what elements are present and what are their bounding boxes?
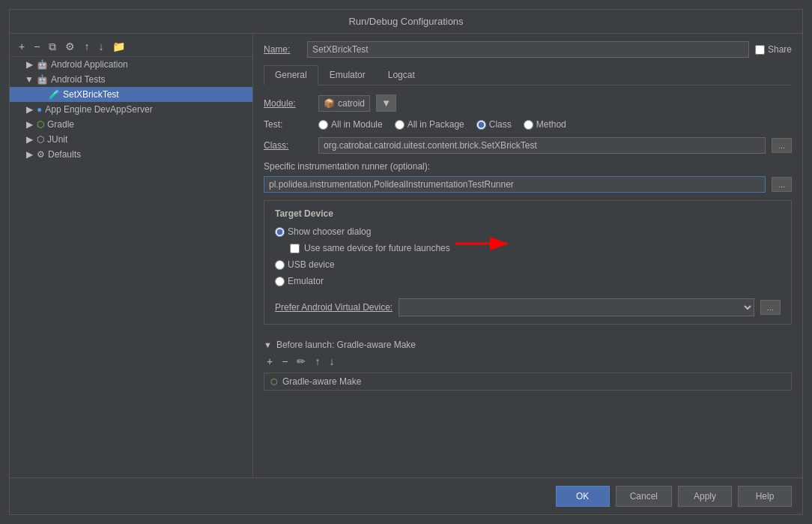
- expand-icon: ▶: [25, 59, 34, 70]
- test-method-label: Method: [536, 119, 566, 130]
- module-dropdown-button[interactable]: ▼: [376, 94, 396, 112]
- test-icon: 🧪: [49, 89, 60, 100]
- move-down-button[interactable]: ↓: [95, 40, 106, 53]
- sidebar-item-app-engine[interactable]: ▶ ● App Engine DevAppServer: [10, 102, 252, 117]
- defaults-icon: ⚙: [37, 149, 45, 160]
- sidebar-toolbar: + − ⧉ ⚙ ↑ ↓ 📁: [10, 37, 252, 57]
- target-device-options: Show chooser dialog Use same device for …: [275, 226, 781, 316]
- sidebar-item-label: Gradle: [47, 119, 74, 130]
- module-icon: 📦: [324, 98, 335, 109]
- emulator-label: Emulator: [288, 276, 324, 286]
- settings-config-button[interactable]: ⚙: [62, 40, 78, 53]
- before-launch-edit-button[interactable]: ✏: [294, 355, 309, 368]
- apply-button[interactable]: Apply: [678, 486, 732, 507]
- use-same-device-label: Use same device for future launches: [304, 243, 450, 253]
- show-chooser-label: Show chooser dialog: [288, 226, 371, 237]
- sidebar-item-label: Defaults: [48, 149, 81, 160]
- expand-icon: ▶: [25, 104, 34, 115]
- module-row: Module: 📦 catroid ▼: [264, 94, 792, 112]
- dialog-title: Run/Debug Configurations: [348, 16, 463, 27]
- instrumentation-browse-button[interactable]: ...: [772, 177, 792, 192]
- prefer-label: Prefer Android Virtual Device:: [275, 302, 393, 313]
- test-all-package-label: All in Package: [407, 119, 464, 130]
- sidebar-item-android-application[interactable]: ▶ 🤖 Android Application: [10, 57, 252, 72]
- module-select[interactable]: 📦 catroid: [318, 95, 370, 112]
- before-launch-remove-button[interactable]: −: [279, 355, 291, 368]
- sidebar-item-label: JUnit: [47, 134, 67, 145]
- run-debug-dialog: Run/Debug Configurations + − ⧉ ⚙ ↑ ↓ 📁 ▶…: [9, 9, 803, 515]
- folder-button[interactable]: 📁: [109, 40, 128, 53]
- test-all-package[interactable]: All in Package: [395, 119, 464, 130]
- test-method[interactable]: Method: [524, 119, 566, 130]
- before-launch-section: ▼ Before launch: Gradle-aware Make + − ✏…: [264, 340, 792, 391]
- before-launch-item: ⬡ Gradle-aware Make: [264, 373, 792, 391]
- before-launch-up-button[interactable]: ↑: [312, 355, 323, 368]
- tab-logcat[interactable]: Logcat: [377, 65, 426, 85]
- sidebar-item-junit[interactable]: ▶ ⬡ JUnit: [10, 132, 252, 147]
- tab-general[interactable]: General: [264, 65, 318, 85]
- sidebar-item-label: Android Application: [51, 59, 128, 70]
- test-all-module[interactable]: All in Module: [318, 119, 383, 130]
- gradle-make-icon: ⬡: [270, 377, 278, 387]
- android-icon: 🤖: [37, 59, 48, 70]
- share-label: Share: [768, 44, 792, 55]
- expand-icon: ▶: [25, 134, 34, 145]
- expand-icon: [37, 89, 46, 100]
- bottom-bar: OK Cancel Apply Help: [10, 478, 802, 514]
- instrumentation-row: ...: [264, 176, 792, 193]
- test-radio-group: All in Module All in Package Class: [318, 119, 566, 130]
- gradle-icon: ⬡: [37, 119, 44, 130]
- cancel-button[interactable]: Cancel: [616, 486, 672, 507]
- share-checkbox[interactable]: [755, 45, 765, 55]
- expand-icon: ▶: [25, 149, 34, 160]
- sidebar-item-defaults[interactable]: ▶ ⚙ Defaults: [10, 147, 252, 162]
- sidebar: + − ⧉ ⚙ ↑ ↓ 📁 ▶ 🤖 Android Application ▼ …: [10, 34, 253, 478]
- tabs: General Emulator Logcat: [264, 65, 792, 85]
- help-button[interactable]: Help: [738, 486, 792, 507]
- usb-device-label: USB device: [288, 259, 335, 270]
- show-chooser-option[interactable]: Show chooser dialog: [275, 226, 781, 237]
- module-value: catroid: [338, 98, 365, 109]
- prefer-select[interactable]: [399, 298, 754, 316]
- test-label: Test:: [264, 119, 312, 130]
- target-device-title: Target Device: [275, 208, 781, 219]
- add-config-button[interactable]: +: [16, 40, 28, 53]
- ok-button[interactable]: OK: [556, 486, 610, 507]
- target-device-section: Target Device Show chooser dialog Use sa…: [264, 200, 792, 325]
- prefer-device-row: Prefer Android Virtual Device: ...: [275, 298, 781, 316]
- title-bar: Run/Debug Configurations: [10, 10, 802, 34]
- share-row: Share: [755, 44, 792, 55]
- sidebar-item-gradle[interactable]: ▶ ⬡ Gradle: [10, 117, 252, 132]
- move-up-button[interactable]: ↑: [81, 40, 92, 53]
- before-launch-toolbar: + − ✏ ↑ ↓: [264, 355, 792, 368]
- class-browse-button[interactable]: ...: [772, 138, 792, 153]
- before-launch-add-button[interactable]: +: [264, 355, 276, 368]
- use-same-device-checkbox[interactable]: [290, 244, 300, 253]
- instrumentation-input[interactable]: [264, 176, 766, 193]
- copy-config-button[interactable]: ⧉: [46, 40, 59, 53]
- test-row: Test: All in Module All in Package Cl: [264, 119, 792, 130]
- sidebar-item-setxbricktest[interactable]: 🧪 SetXBrickTest: [10, 87, 252, 102]
- name-input[interactable]: [307, 41, 749, 58]
- class-input[interactable]: [318, 137, 766, 154]
- sidebar-item-label: Android Tests: [51, 74, 106, 85]
- before-launch-down-button[interactable]: ↓: [326, 355, 337, 368]
- prefer-browse-button[interactable]: ...: [760, 300, 781, 315]
- name-row: Name: Share: [264, 41, 792, 58]
- tab-emulator[interactable]: Emulator: [318, 65, 377, 85]
- app-engine-icon: ●: [37, 104, 42, 115]
- emulator-option[interactable]: Emulator: [275, 276, 781, 286]
- test-class[interactable]: Class: [476, 119, 512, 130]
- right-panel: Name: Share General Emulator Logcat Modu…: [253, 34, 802, 478]
- expand-icon: ▼: [25, 74, 34, 85]
- sidebar-item-label: App Engine DevAppServer: [45, 104, 152, 115]
- usb-device-option[interactable]: USB device: [275, 259, 781, 270]
- sidebar-item-label: SetXBrickTest: [63, 89, 119, 100]
- junit-icon: ⬡: [37, 134, 44, 145]
- name-label: Name:: [264, 44, 301, 55]
- collapse-before-launch-button[interactable]: ▼: [264, 340, 272, 349]
- sidebar-item-android-tests[interactable]: ▼ 🤖 Android Tests: [10, 72, 252, 87]
- gradle-make-label: Gradle-aware Make: [282, 376, 361, 387]
- instrumentation-label: Specific instrumentation runner (optiona…: [264, 161, 430, 172]
- remove-config-button[interactable]: −: [31, 40, 43, 53]
